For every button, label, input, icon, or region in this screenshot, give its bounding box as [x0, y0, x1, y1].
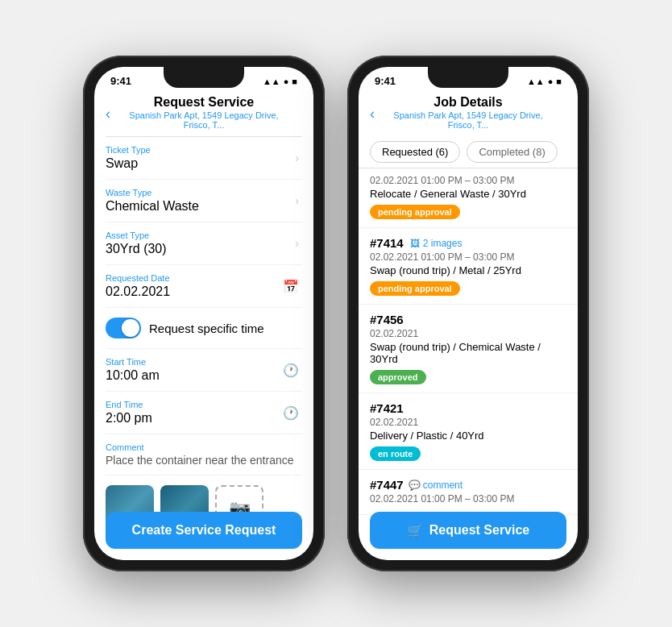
page-title-1: Request Service — [127, 95, 281, 110]
phone-2: 9:41 ▲▲ ● ■ ‹ Job Details Spanish Park A… — [347, 56, 589, 571]
waste-type-field[interactable]: Waste Type Chemical Waste › — [106, 180, 302, 222]
tab-requested[interactable]: Requested (6) — [370, 141, 460, 163]
status-icons-1: ▲▲ ● ■ — [263, 77, 297, 86]
start-time-clock-icon: 🕐 — [283, 363, 299, 378]
page-title-2: Job Details — [391, 95, 545, 110]
job-num-7447: #7447 — [370, 478, 404, 492]
form-section: Ticket Type Swap › Waste Type Chemical W… — [94, 137, 313, 525]
asset-type-value: 30Yrd (30) — [106, 242, 302, 256]
phone-1: 9:41 ▲▲ ● ■ ‹ Request Service Spanish Pa… — [83, 56, 325, 571]
asset-type-chevron: › — [295, 237, 299, 250]
end-time-value: 2:00 pm — [106, 411, 302, 426]
asset-type-label: Asset Type — [106, 230, 302, 240]
job-first-date: 02.02.2021 01:00 PM – 03:00 PM — [370, 175, 566, 186]
battery-icon-2: ■ — [556, 77, 562, 86]
start-time-field[interactable]: Start Time 10:00 am 🕐 — [106, 349, 302, 392]
requested-date-value: 02.02.2021 — [106, 284, 302, 299]
comment-label-7447: comment — [423, 480, 463, 491]
requested-date-label: Requested Date — [106, 273, 302, 283]
request-time-toggle[interactable] — [106, 318, 141, 338]
phone-1-screen: 9:41 ▲▲ ● ■ ‹ Request Service Spanish Pa… — [94, 67, 313, 560]
end-time-label: End Time — [106, 400, 302, 409]
comment-field[interactable]: Comment Place the container near the ent… — [106, 434, 302, 475]
waste-type-chevron: › — [295, 194, 299, 207]
toggle-row[interactable]: Request specific time — [106, 308, 302, 349]
signal-icon-2: ▲▲ — [527, 77, 545, 86]
asset-type-field[interactable]: Asset Type 30Yrd (30) › — [106, 222, 302, 265]
job-desc-7421: Delivery / Plastic / 40Yrd — [370, 430, 566, 442]
requested-date-field[interactable]: Requested Date 02.02.2021 📅 — [106, 265, 302, 308]
comment-value: Place the container near the entrance — [106, 454, 302, 467]
ticket-type-label: Ticket Type — [106, 145, 302, 155]
toggle-label: Request specific time — [149, 322, 264, 335]
job-date-7414: 02.02.2021 01:00 PM – 03:00 PM — [370, 251, 566, 263]
phone-2-screen: 9:41 ▲▲ ● ■ ‹ Job Details Spanish Park A… — [359, 67, 578, 560]
cart-icon: 🛒 — [407, 523, 423, 538]
job-first-badge: pending approval — [370, 205, 460, 219]
start-time-label: Start Time — [106, 357, 302, 367]
start-time-value: 10:00 am — [106, 368, 302, 383]
tab-completed[interactable]: Completed (8) — [467, 141, 557, 163]
job-item-7414[interactable]: #7414 🖼 2 images 02.02.2021 01:00 PM – 0… — [359, 228, 578, 305]
ticket-type-chevron: › — [295, 152, 299, 164]
job-date-7456: 02.02.2021 — [370, 328, 566, 339]
waste-type-value: Chemical Waste — [106, 199, 302, 214]
ticket-type-field[interactable]: Ticket Type Swap › — [106, 137, 302, 180]
request-service-button[interactable]: 🛒 Request Service — [370, 512, 566, 549]
job-item-7447[interactable]: #7447 💬 comment 02.02.2021 01:00 PM – 03… — [359, 470, 578, 515]
job-item-7456[interactable]: #7456 02.02.2021 Swap (round trip) / Che… — [359, 305, 578, 393]
job-date-7421: 02.02.2021 — [370, 417, 566, 428]
toggle-knob — [122, 319, 139, 337]
comment-badge-7447: 💬 comment — [409, 480, 463, 491]
image-count-7414: 2 images — [423, 238, 463, 249]
job-desc-7456: Swap (round trip) / Chemical Waste / 30Y… — [370, 341, 566, 365]
job-date-7447: 02.02.2021 01:00 PM – 03:00 PM — [370, 493, 566, 505]
status-icons-2: ▲▲ ● ■ — [527, 77, 562, 86]
page-subtitle-1: Spanish Park Apt, 1549 Legacy Drive, Fri… — [127, 110, 281, 130]
job-badge-7456: approved — [370, 370, 426, 384]
job-item-7421[interactable]: #7421 02.02.2021 Delivery / Plastic / 40… — [359, 393, 578, 470]
job-first-desc: Relocate / General Waste / 30Yrd — [370, 188, 566, 200]
job-images-7414: 🖼 2 images — [410, 238, 463, 249]
job-num-7421: #7421 — [370, 401, 566, 415]
waste-type-label: Waste Type — [106, 188, 302, 197]
tabs-row: Requested (6) Completed (8) — [359, 136, 578, 168]
job-badge-7414: pending approval — [370, 281, 460, 296]
wifi-icon: ● — [284, 77, 289, 86]
job-item-first[interactable]: 02.02.2021 01:00 PM – 03:00 PM Relocate … — [359, 168, 578, 228]
battery-icon: ■ — [292, 77, 297, 86]
notch-2 — [428, 67, 508, 88]
comment-label: Comment — [106, 442, 302, 452]
back-button-1[interactable]: ‹ — [106, 105, 110, 122]
image-icon-7414: 🖼 — [410, 238, 420, 249]
signal-icon: ▲▲ — [263, 77, 280, 86]
job-desc-7414: Swap (round trip) / Metal / 25Yrd — [370, 264, 566, 276]
end-time-field[interactable]: End Time 2:00 pm 🕐 — [106, 392, 302, 434]
request-service-label: Request Service — [429, 523, 530, 538]
status-time-1: 9:41 — [110, 75, 131, 87]
page-subtitle-2: Spanish Park Apt, 1549 Legacy Drive, Fri… — [391, 110, 545, 130]
nav-header-2: ‹ Job Details Spanish Park Apt, 1549 Leg… — [359, 90, 578, 136]
wifi-icon-2: ● — [548, 77, 554, 86]
job-badge-7421: en route — [370, 446, 421, 461]
notch-1 — [164, 67, 244, 88]
nav-header-1: ‹ Request Service Spanish Park Apt, 1549… — [94, 90, 313, 136]
comment-icon-7447: 💬 — [409, 480, 421, 491]
end-time-clock-icon: 🕐 — [283, 405, 299, 421]
ticket-type-value: Swap — [106, 156, 302, 171]
calendar-icon: 📅 — [283, 279, 299, 294]
job-num-7414: #7414 — [370, 236, 404, 250]
create-service-request-button[interactable]: Create Service Request — [106, 512, 302, 549]
job-num-7456: #7456 — [370, 313, 566, 326]
status-time-2: 9:41 — [375, 75, 396, 87]
job-list: 02.02.2021 01:00 PM – 03:00 PM Relocate … — [359, 168, 578, 533]
back-button-2[interactable]: ‹ — [370, 105, 375, 122]
